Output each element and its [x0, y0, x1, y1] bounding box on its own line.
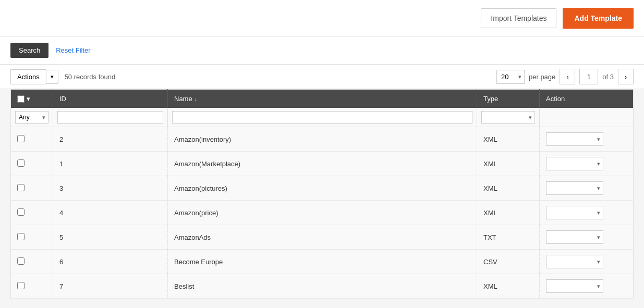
name-column-label: Name: [174, 95, 192, 103]
filter-cell-name: [168, 108, 477, 127]
row-checkbox[interactable]: [17, 282, 25, 289]
row-checkbox-cell: [11, 225, 53, 250]
filter-type-select[interactable]: XML TXT CSV: [481, 111, 535, 124]
filter-any-select[interactable]: Any: [15, 111, 48, 124]
row-action: [540, 127, 634, 152]
row-id: 7: [53, 274, 168, 299]
table-header-row: ▾ ID Name ↓ Type Action: [11, 90, 634, 108]
row-action: [540, 176, 634, 201]
import-templates-button[interactable]: Import Templates: [481, 8, 556, 28]
table-row: 3 Amazon(pictures) XML: [11, 176, 634, 201]
row-checkbox-cell: [11, 152, 53, 176]
row-checkbox-cell: [11, 201, 53, 225]
row-name: Become Europe: [168, 250, 477, 274]
row-id: 2: [53, 127, 168, 152]
filter-cell-action: [540, 108, 634, 127]
table-row: 6 Become Europe CSV: [11, 250, 634, 274]
filter-cell-id: [53, 108, 168, 127]
row-action-select[interactable]: [546, 206, 603, 219]
th-type: Type: [477, 90, 540, 108]
row-checkbox-cell: [11, 250, 53, 274]
row-name: Amazon(Marketplace): [168, 152, 477, 176]
row-checkbox[interactable]: [17, 208, 25, 216]
templates-table: ▾ ID Name ↓ Type Action: [10, 89, 634, 299]
row-type: XML: [477, 127, 540, 152]
row-type: XML: [477, 176, 540, 201]
table-row: 2 Amazon(inventory) XML: [11, 127, 634, 152]
records-found-label: 50 records found: [65, 73, 116, 81]
table-row: 1 Amazon(Marketplace) XML: [11, 152, 634, 176]
row-id: 3: [53, 176, 168, 201]
row-action: [540, 250, 634, 274]
toolbar: Actions ▾ 50 records found 20 50 100 per…: [0, 65, 644, 89]
row-action-select[interactable]: [546, 132, 603, 146]
row-checkbox[interactable]: [17, 257, 25, 265]
th-name: Name ↓: [168, 90, 477, 108]
search-button[interactable]: Search: [10, 43, 48, 58]
actions-dropdown-wrap: Actions ▾: [10, 69, 58, 84]
search-bar: Search Reset Filter: [0, 36, 644, 65]
per-page-select[interactable]: 20 50 100: [496, 70, 525, 84]
row-action-select[interactable]: [546, 157, 603, 170]
toolbar-right: 20 50 100 per page ‹ of 3 ›: [496, 69, 634, 84]
row-name: Amazon(pictures): [168, 176, 477, 201]
row-type: XML: [477, 152, 540, 176]
row-checkbox[interactable]: [17, 159, 25, 167]
row-type: CSV: [477, 250, 540, 274]
th-checkbox: ▾: [11, 90, 53, 108]
row-type: XML: [477, 201, 540, 225]
row-checkbox[interactable]: [17, 184, 25, 191]
of-pages-label: of 3: [602, 73, 614, 81]
filter-cell-type: XML TXT CSV: [477, 108, 540, 127]
row-checkbox[interactable]: [17, 135, 25, 142]
table-row: 5 AmazonAds TXT: [11, 225, 634, 250]
page-number-input[interactable]: [579, 69, 598, 84]
row-checkbox[interactable]: [17, 233, 25, 240]
row-name: Beslist: [168, 274, 477, 299]
row-name: Amazon(inventory): [168, 127, 477, 152]
row-name: AmazonAds: [168, 225, 477, 250]
actions-button[interactable]: Actions: [10, 69, 46, 84]
row-action: [540, 152, 634, 176]
row-checkbox-cell: [11, 176, 53, 201]
row-checkbox-cell: [11, 127, 53, 152]
add-template-button[interactable]: Add Template: [563, 8, 634, 29]
table-row: 4 Amazon(price) XML: [11, 201, 634, 225]
table-row: 7 Beslist XML: [11, 274, 634, 299]
next-page-button[interactable]: ›: [618, 69, 634, 84]
per-page-label: per page: [529, 73, 555, 81]
prev-page-button[interactable]: ‹: [560, 69, 575, 84]
filter-row: Any XML TXT CSV: [11, 108, 634, 127]
row-action: [540, 225, 634, 250]
filter-cell-check: Any: [11, 108, 53, 127]
chevron-down-icon[interactable]: ▾: [27, 95, 30, 103]
row-action: [540, 201, 634, 225]
th-action: Action: [540, 90, 634, 108]
row-action-select[interactable]: [546, 181, 603, 195]
reset-filter-button[interactable]: Reset Filter: [56, 46, 90, 54]
row-id: 5: [53, 225, 168, 250]
select-all-checkbox[interactable]: [17, 95, 25, 103]
th-id: ID: [53, 90, 168, 108]
row-id: 6: [53, 250, 168, 274]
top-bar: Import Templates Add Template: [0, 0, 644, 36]
row-action-select[interactable]: [546, 230, 603, 244]
per-page-select-wrapper: 20 50 100: [496, 70, 525, 84]
row-action-select[interactable]: [546, 255, 603, 268]
row-type: TXT: [477, 225, 540, 250]
row-checkbox-cell: [11, 274, 53, 299]
row-action: [540, 274, 634, 299]
filter-id-input[interactable]: [57, 111, 163, 124]
row-type: XML: [477, 274, 540, 299]
sort-icon[interactable]: ↓: [195, 96, 198, 102]
main-content: ▾ ID Name ↓ Type Action: [0, 89, 644, 308]
row-name: Amazon(price): [168, 201, 477, 225]
row-id: 1: [53, 152, 168, 176]
toolbar-left: Actions ▾ 50 records found: [10, 69, 115, 84]
filter-name-input[interactable]: [172, 111, 472, 124]
row-id: 4: [53, 201, 168, 225]
row-action-select[interactable]: [546, 279, 603, 293]
actions-arrow-button[interactable]: ▾: [46, 70, 58, 84]
